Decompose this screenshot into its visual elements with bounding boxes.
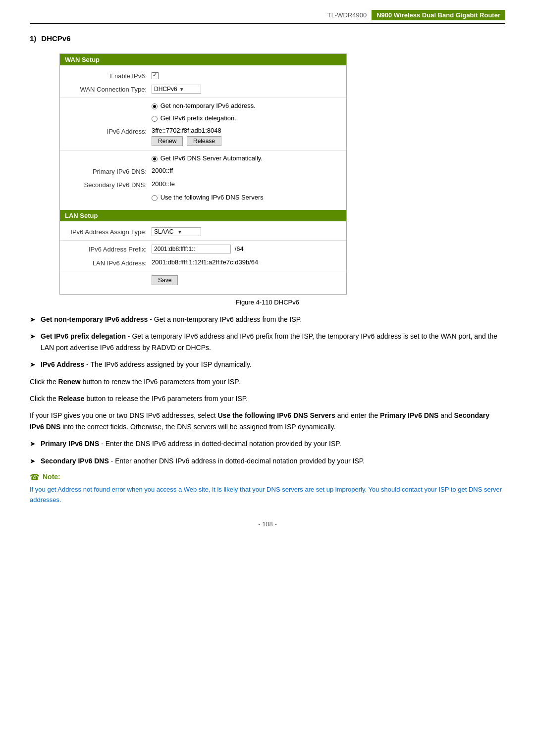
wan-connection-type-row: WAN Connection Type: DHCPv6 ▼ — [60, 84, 346, 95]
lan-ipv6-row: LAN IPv6 Address: 2001:db8:ffff:1:12f1:a… — [60, 257, 346, 268]
radio4-value: Use the following IPv6 DNS Servers — [152, 194, 341, 201]
radio2-label-spacer — [65, 114, 152, 115]
enable-ipv6-value — [152, 71, 341, 79]
ipv6-address-buttons: Renew Release — [152, 136, 341, 146]
bullet2-1-term: Primary IPv6 DNS — [41, 440, 99, 448]
prefix-input[interactable]: 2001:db8:ffff:1:: — [152, 245, 231, 253]
radio3-value: Get IPv6 DNS Server Automatically. — [152, 154, 341, 162]
paragraph-1: Click the Renew button to renew the IPv6… — [30, 376, 505, 387]
radio4-spacer — [65, 194, 152, 195]
bullet2-term: Get IPv6 prefix delegation — [41, 332, 126, 340]
radio4-row: Use the following IPv6 DNS Servers — [60, 193, 346, 202]
primary-dns-value: 2000::ff — [152, 167, 341, 174]
ipv6-address-value: 3ffe::7702:f8f:adb1:8048 Renew Release — [152, 127, 341, 146]
bullet2-content-2: Secondary IPv6 DNS - Enter another DNS I… — [41, 455, 505, 466]
use-following-dns-text: Use the following IPv6 DNS Servers — [217, 411, 335, 419]
section-title: DHCPv6 — [41, 34, 70, 43]
secondary-dns-label: Secondary IPv6 DNS: — [65, 180, 152, 189]
radio1-icon[interactable] — [152, 103, 158, 109]
bullet3-desc: - The IPv6 address assigned by your ISP … — [84, 360, 252, 368]
radio4-icon[interactable] — [152, 195, 158, 201]
radio3-row: Get IPv6 DNS Server Automatically. — [60, 153, 346, 163]
bullet-item-3: ➤ IPv6 Address - The IPv6 address assign… — [30, 359, 505, 370]
enable-ipv6-label: Enable IPv6: — [65, 71, 152, 80]
bullet2-arrow-2: ➤ — [30, 456, 36, 466]
secondary-dns-row: Secondary IPv6 DNS: 2000::fe — [60, 179, 346, 190]
ipv6-address-label: IPv6 Address: — [65, 127, 152, 135]
bullet-arrow-3: ➤ — [30, 359, 36, 370]
radio2-icon[interactable] — [152, 116, 158, 122]
product-name: N900 Wireless Dual Band Gigabit Router — [372, 10, 505, 20]
assign-type-value: SLAAC ▼ — [152, 227, 341, 236]
release-button[interactable]: Release — [187, 136, 221, 146]
chevron-down-icon-2: ▼ — [177, 229, 199, 235]
lan-setup-header: LAN Setup — [60, 210, 346, 221]
page-footer: - 108 - — [30, 520, 505, 528]
primary-dns-label: Primary IPv6 DNS: — [65, 167, 152, 175]
secondary-dns-value: 2000::fe — [152, 180, 341, 188]
bullet-content-1: Get non-temporary IPv6 address - Get a n… — [41, 314, 505, 325]
assign-type-row: IPv6 Address Assign Type: SLAAC ▼ — [60, 226, 346, 237]
radio3-text: Get IPv6 DNS Server Automatically. — [160, 154, 263, 162]
wan-type-select[interactable]: DHCPv6 ▼ — [152, 85, 201, 94]
primary-dns-row: Primary IPv6 DNS: 2000::ff — [60, 166, 346, 176]
enable-ipv6-checkbox[interactable] — [152, 72, 159, 79]
lan-ipv6-label: LAN IPv6 Address: — [65, 258, 152, 267]
save-spacer — [65, 275, 152, 276]
bullet1-term: Get non-temporary IPv6 address — [41, 315, 148, 323]
note-text: If you get Address not found error when … — [30, 485, 505, 505]
wan-setup-body: Enable IPv6: WAN Connection Type: DHCPv6… — [60, 65, 346, 210]
release-text: Release — [58, 395, 85, 403]
renew-text: Renew — [58, 378, 81, 386]
radio3-spacer — [65, 154, 152, 155]
assign-type-select[interactable]: SLAAC ▼ — [152, 227, 201, 236]
save-value: Save — [152, 275, 341, 285]
bullet3-term: IPv6 Address — [41, 360, 84, 368]
radio4-text: Use the following IPv6 DNS Servers — [160, 194, 264, 201]
bullet-arrow-2: ➤ — [30, 331, 36, 342]
radio1-label-spacer — [65, 102, 152, 103]
bullet-content-2: Get IPv6 prefix delegation - Get a tempo… — [41, 331, 505, 353]
lan-ipv6-value: 2001:db8:ffff:1:12f1:a2ff:fe7c:d39b/64 — [152, 258, 341, 266]
save-button[interactable]: Save — [152, 275, 178, 285]
bullet-item-1: ➤ Get non-temporary IPv6 address - Get a… — [30, 314, 505, 325]
save-row: Save — [60, 274, 346, 286]
radio2-value: Get IPv6 prefix delegation. — [152, 114, 341, 122]
radio1-value: Get non-temporary IPv6 address. — [152, 102, 341, 109]
wan-connection-value: DHCPv6 ▼ — [152, 85, 341, 94]
enable-ipv6-row: Enable IPv6: — [60, 70, 346, 81]
radio1-row: Get non-temporary IPv6 address. — [60, 101, 346, 110]
bullet-item-2: ➤ Get IPv6 prefix delegation - Get a tem… — [30, 331, 505, 353]
bullet2-2-term: Secondary IPv6 DNS — [41, 457, 109, 465]
radio3-icon[interactable] — [152, 156, 158, 162]
bullet-content-3: IPv6 Address - The IPv6 address assigned… — [41, 359, 505, 370]
radio1-text: Get non-temporary IPv6 address. — [160, 102, 256, 109]
bullet-arrow-1: ➤ — [30, 314, 36, 325]
prefix-value: 2001:db8:ffff:1:: /64 — [152, 245, 341, 253]
wan-connection-label: WAN Connection Type: — [65, 85, 152, 93]
note-header: ☎ Note: — [30, 472, 505, 482]
bullet2-arrow-1: ➤ — [30, 439, 36, 449]
wan-setup-box: WAN Setup Enable IPv6: WAN Connection Ty… — [59, 53, 347, 295]
chevron-down-icon: ▼ — [179, 87, 199, 92]
note-label: Note: — [43, 473, 60, 481]
radio2-text: Get IPv6 prefix delegation. — [160, 114, 236, 122]
prefix-label: IPv6 Address Prefix: — [65, 245, 152, 253]
bullet2-item-1: ➤ Primary IPv6 DNS - Enter the DNS IPv6 … — [30, 438, 505, 449]
figure-caption: Figure 4-110 DHCPv6 — [30, 299, 505, 306]
wan-setup-header: WAN Setup — [60, 54, 346, 65]
paragraph-3: If your ISP gives you one or two DNS IPv… — [30, 410, 505, 432]
prefix-row: IPv6 Address Prefix: 2001:db8:ffff:1:: /… — [60, 244, 346, 254]
lan-setup-body: IPv6 Address Assign Type: SLAAC ▼ IPv6 A… — [60, 221, 346, 294]
bullet2-2-desc: - Enter another DNS IPv6 address in dott… — [109, 457, 365, 465]
bullet2-1-desc: - Enter the DNS IPv6 address in dotted-d… — [99, 440, 341, 448]
renew-button[interactable]: Renew — [152, 136, 183, 146]
model-number: TL-WDR4900 — [327, 11, 367, 19]
bullet1-desc: - Get a non-temporary IPv6 address from … — [148, 315, 302, 323]
paragraph-2: Click the Release button to release the … — [30, 393, 505, 404]
ipv6-address-row: IPv6 Address: 3ffe::7702:f8f:adb1:8048 R… — [60, 126, 346, 147]
ipv6-address-text: 3ffe::7702:f8f:adb1:8048 — [152, 127, 341, 134]
prefix-bits: /64 — [235, 245, 244, 252]
bullet2-item-2: ➤ Secondary IPv6 DNS - Enter another DNS… — [30, 455, 505, 466]
note-phone-icon: ☎ — [30, 472, 40, 482]
